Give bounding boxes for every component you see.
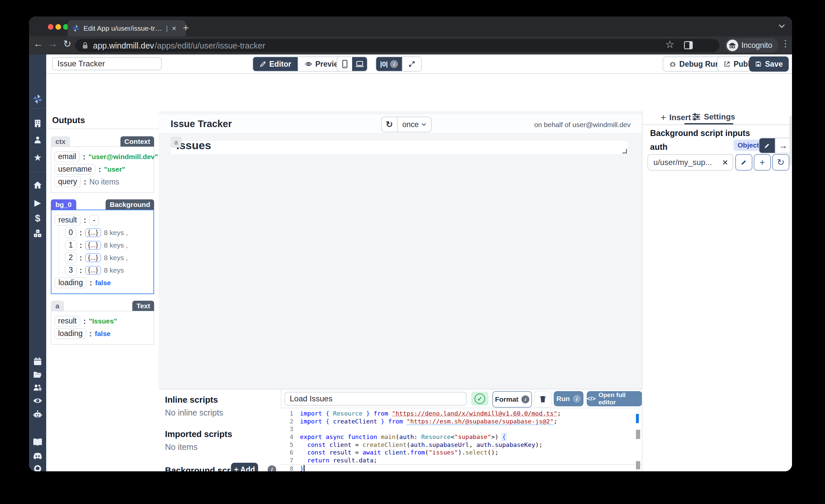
sidebar-item-audit-eye-icon[interactable] bbox=[29, 397, 46, 405]
insert-tab[interactable]: + Insert bbox=[661, 112, 691, 123]
bookmark-star-icon[interactable]: ☆ bbox=[663, 38, 676, 51]
close-window-button[interactable] bbox=[48, 24, 54, 30]
collapse-pill[interactable]: - bbox=[89, 215, 99, 225]
sidebar-item-home-icon[interactable] bbox=[29, 181, 46, 190]
sidebar-item-resources-boxes-icon[interactable] bbox=[29, 229, 46, 238]
side-panel-icon[interactable] bbox=[684, 41, 693, 50]
app-canvas[interactable]: Issue Tracker ↻ once on behalf of user@w… bbox=[159, 111, 642, 471]
code-line: 2import { createClient } from "https://e… bbox=[281, 418, 642, 425]
resource-picker-input[interactable]: u/user/my_sup... × bbox=[648, 154, 733, 171]
code-token: { bbox=[326, 418, 329, 425]
app-name-input[interactable] bbox=[52, 57, 162, 70]
code-token: client bbox=[384, 449, 406, 456]
sidebar-item-schedules-calendar-icon[interactable] bbox=[29, 357, 46, 366]
code-token: } bbox=[381, 418, 384, 425]
debug-console-button[interactable]: |0| i bbox=[376, 57, 402, 71]
output-section-type-badge: Context bbox=[121, 136, 154, 147]
tab-search-chevron-icon[interactable] bbox=[778, 24, 785, 28]
settings-scrollbar[interactable] bbox=[790, 116, 792, 165]
settings-panel-tabs: + Insert Settings bbox=[643, 111, 792, 125]
sidebar-item-workspace-building-icon[interactable] bbox=[29, 119, 46, 128]
sidebar-item-github-icon[interactable] bbox=[29, 464, 46, 471]
url-bar[interactable]: app.windmill.dev/apps/edit/u/user/issue-… bbox=[75, 39, 720, 52]
debug-counter-label: |0| bbox=[380, 60, 388, 68]
text-component[interactable]: Issues bbox=[171, 141, 628, 154]
sidebar-item-favorites-star-icon[interactable]: ★ bbox=[29, 152, 46, 163]
code-token: { bbox=[326, 410, 329, 417]
refresh-icon[interactable]: ↻ bbox=[382, 117, 397, 132]
code-editor[interactable]: 1import { Resource } from "https://deno.… bbox=[281, 408, 642, 471]
expand-object-pill[interactable]: {...} bbox=[85, 266, 101, 275]
clear-resource-icon[interactable]: × bbox=[722, 157, 728, 168]
editor-scrollbar-thumb[interactable] bbox=[636, 461, 640, 470]
auth-field-label: auth bbox=[650, 142, 668, 152]
settings-tab[interactable]: Settings bbox=[692, 112, 735, 122]
expand-canvas-button[interactable] bbox=[402, 57, 421, 71]
reload-icon[interactable]: ↻ bbox=[61, 38, 74, 50]
script-name-input[interactable] bbox=[285, 392, 467, 406]
tab-close-icon[interactable]: × bbox=[172, 24, 176, 33]
colon: : bbox=[80, 228, 82, 237]
editor-scrollbar-thumb[interactable] bbox=[636, 430, 640, 439]
refresh-interval-dropdown[interactable]: once bbox=[397, 117, 431, 132]
active-tab-underline bbox=[684, 123, 733, 125]
sidebar-item-docs-book-icon[interactable] bbox=[29, 438, 46, 447]
static-value-mode-button[interactable] bbox=[759, 138, 775, 153]
code-line-content: import { Resource } from "https://deno.l… bbox=[300, 410, 561, 418]
open-full-editor-button[interactable]: </> Open full editor bbox=[587, 391, 642, 406]
output-section-card: email:"user@windmill.dev"username:"user"… bbox=[51, 147, 154, 193]
sidebar-item-workers-robot-icon[interactable] bbox=[29, 410, 46, 419]
minimize-window-button[interactable] bbox=[56, 24, 61, 30]
code-token: : bbox=[414, 433, 421, 440]
desktop-view-button[interactable] bbox=[352, 57, 367, 71]
output-section-tab[interactable]: a bbox=[51, 301, 64, 311]
output-value: "user@windmill.dev" bbox=[88, 153, 158, 161]
code-line: 5 const client = createClient(auth.supab… bbox=[281, 441, 642, 449]
edit-resource-button[interactable] bbox=[735, 154, 752, 171]
code-line-content: const result = await client.from("issues… bbox=[300, 448, 499, 456]
text-cursor bbox=[304, 465, 305, 471]
sidebar-item-groups-gear-icon[interactable] bbox=[29, 383, 46, 392]
expand-object-pill[interactable]: {...} bbox=[85, 254, 101, 262]
colon: : bbox=[83, 216, 86, 225]
windmill-logo-icon[interactable] bbox=[29, 93, 46, 104]
save-button[interactable]: Save bbox=[749, 57, 789, 72]
sidebar-item-user-icon[interactable] bbox=[29, 135, 46, 144]
add-background-script-button[interactable]: + Add bbox=[231, 463, 258, 471]
expand-object-pill[interactable]: {...} bbox=[85, 228, 101, 237]
text-component-value: Issues bbox=[176, 139, 211, 152]
output-row: result:"Issues" bbox=[55, 316, 151, 327]
sidebar-item-variables-dollar-icon[interactable]: $ bbox=[29, 213, 46, 224]
line-number: 7 bbox=[281, 456, 300, 464]
check-circle-icon: ✓ bbox=[474, 393, 485, 404]
resize-grip-icon[interactable] bbox=[622, 149, 627, 153]
browser-tab[interactable]: Edit App u/user/issue-tracker | × bbox=[68, 20, 186, 36]
code-line-content: import { createClient } from "https://es… bbox=[300, 418, 557, 425]
code-line: 1import { Resource } from "https://deno.… bbox=[281, 410, 642, 418]
add-resource-button[interactable]: + bbox=[754, 154, 771, 171]
editor-tab[interactable]: Editor bbox=[253, 57, 298, 71]
sidebar-item-discord-icon[interactable] bbox=[29, 452, 46, 460]
browser-menu-kebab-icon[interactable]: ⋮ bbox=[779, 38, 792, 49]
back-icon[interactable]: ← bbox=[32, 38, 45, 49]
code-token bbox=[329, 457, 333, 464]
new-tab-button[interactable]: + bbox=[183, 22, 189, 33]
run-button[interactable]: Run i bbox=[554, 391, 584, 406]
expand-object-pill[interactable]: {...} bbox=[85, 241, 101, 249]
refresh-resource-button[interactable]: ↻ bbox=[772, 154, 790, 171]
output-section-tab[interactable]: bg_0 bbox=[51, 199, 76, 210]
output-key-pill: username bbox=[55, 164, 95, 174]
connect-output-mode-button[interactable]: → bbox=[775, 138, 791, 153]
format-button[interactable]: Format i bbox=[493, 391, 532, 408]
sidebar-item-runs-play-icon[interactable]: ▶ bbox=[29, 198, 46, 208]
sidebar-item-folders-icon[interactable] bbox=[29, 370, 46, 379]
delete-script-button[interactable] bbox=[534, 391, 552, 408]
code-token: createClient bbox=[362, 441, 406, 448]
settings-panel: + Insert Settings Background script inpu… bbox=[642, 111, 792, 471]
mobile-view-button[interactable] bbox=[337, 57, 352, 71]
colon: : bbox=[84, 177, 86, 187]
forward-icon[interactable]: → bbox=[46, 38, 59, 49]
windmill-favicon bbox=[72, 24, 80, 33]
output-row: 2:{...}8 keys , bbox=[65, 253, 151, 263]
output-section-tab[interactable]: ctx bbox=[51, 136, 70, 147]
